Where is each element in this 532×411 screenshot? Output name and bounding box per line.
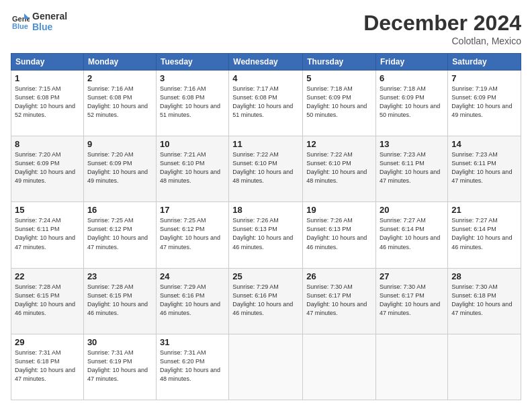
table-row <box>376 334 448 400</box>
table-row: 7Sunrise: 7:19 AMSunset: 6:09 PMDaylight… <box>448 71 521 136</box>
table-row: 14Sunrise: 7:23 AMSunset: 6:11 PMDayligh… <box>448 136 521 202</box>
table-row: 3Sunrise: 7:16 AMSunset: 6:08 PMDaylight… <box>156 71 228 136</box>
title-area: December 2024 Colotlan, Mexico <box>363 11 521 46</box>
header-monday: Monday <box>83 54 156 71</box>
table-row: 11Sunrise: 7:22 AMSunset: 6:10 PMDayligh… <box>229 136 303 202</box>
logo-icon: General Blue <box>11 12 30 31</box>
table-row: 22Sunrise: 7:28 AMSunset: 6:15 PMDayligh… <box>11 268 84 334</box>
table-row: 6Sunrise: 7:18 AMSunset: 6:09 PMDaylight… <box>376 71 448 136</box>
month-title: December 2024 <box>363 11 521 36</box>
header-tuesday: Tuesday <box>156 54 228 71</box>
header: General Blue General Blue December 2024 … <box>11 11 521 46</box>
calendar-week-3: 15Sunrise: 7:24 AMSunset: 6:11 PMDayligh… <box>11 202 521 268</box>
table-row: 15Sunrise: 7:24 AMSunset: 6:11 PMDayligh… <box>11 202 84 268</box>
header-thursday: Thursday <box>303 54 376 71</box>
table-row: 12Sunrise: 7:22 AMSunset: 6:10 PMDayligh… <box>303 136 376 202</box>
table-row: 10Sunrise: 7:21 AMSunset: 6:10 PMDayligh… <box>156 136 228 202</box>
calendar-week-4: 22Sunrise: 7:28 AMSunset: 6:15 PMDayligh… <box>11 268 521 334</box>
calendar-page: General Blue General Blue December 2024 … <box>0 0 532 411</box>
table-row: 27Sunrise: 7:30 AMSunset: 6:17 PMDayligh… <box>376 268 448 334</box>
table-row: 13Sunrise: 7:23 AMSunset: 6:11 PMDayligh… <box>376 136 448 202</box>
table-row: 30Sunrise: 7:31 AMSunset: 6:19 PMDayligh… <box>83 334 156 400</box>
calendar-header-row: Sunday Monday Tuesday Wednesday Thursday… <box>11 54 521 71</box>
location: Colotlan, Mexico <box>363 36 521 46</box>
table-row: 26Sunrise: 7:30 AMSunset: 6:17 PMDayligh… <box>303 268 376 334</box>
table-row <box>303 334 376 400</box>
table-row: 20Sunrise: 7:27 AMSunset: 6:14 PMDayligh… <box>376 202 448 268</box>
table-row: 5Sunrise: 7:18 AMSunset: 6:09 PMDaylight… <box>303 71 376 136</box>
table-row: 24Sunrise: 7:29 AMSunset: 6:16 PMDayligh… <box>156 268 228 334</box>
table-row: 31Sunrise: 7:31 AMSunset: 6:20 PMDayligh… <box>156 334 228 400</box>
table-row <box>229 334 303 400</box>
header-sunday: Sunday <box>11 54 84 71</box>
header-friday: Friday <box>376 54 448 71</box>
calendar-week-2: 8Sunrise: 7:20 AMSunset: 6:09 PMDaylight… <box>11 136 521 202</box>
logo-line2: Blue <box>32 21 67 32</box>
calendar-week-1: 1Sunrise: 7:15 AMSunset: 6:08 PMDaylight… <box>11 71 521 136</box>
logo-line1: General <box>32 11 67 21</box>
header-wednesday: Wednesday <box>229 54 303 71</box>
table-row: 8Sunrise: 7:20 AMSunset: 6:09 PMDaylight… <box>11 136 84 202</box>
table-row: 9Sunrise: 7:20 AMSunset: 6:09 PMDaylight… <box>83 136 156 202</box>
table-row: 1Sunrise: 7:15 AMSunset: 6:08 PMDaylight… <box>11 71 84 136</box>
logo: General Blue General Blue <box>11 11 67 32</box>
table-row: 23Sunrise: 7:28 AMSunset: 6:15 PMDayligh… <box>83 268 156 334</box>
header-saturday: Saturday <box>448 54 521 71</box>
table-row: 25Sunrise: 7:29 AMSunset: 6:16 PMDayligh… <box>229 268 303 334</box>
table-row: 17Sunrise: 7:25 AMSunset: 6:12 PMDayligh… <box>156 202 228 268</box>
table-row: 19Sunrise: 7:26 AMSunset: 6:13 PMDayligh… <box>303 202 376 268</box>
table-row: 29Sunrise: 7:31 AMSunset: 6:18 PMDayligh… <box>11 334 84 400</box>
calendar-table: Sunday Monday Tuesday Wednesday Thursday… <box>11 53 521 400</box>
table-row: 18Sunrise: 7:26 AMSunset: 6:13 PMDayligh… <box>229 202 303 268</box>
table-row: 16Sunrise: 7:25 AMSunset: 6:12 PMDayligh… <box>83 202 156 268</box>
table-row <box>448 334 521 400</box>
svg-text:Blue: Blue <box>12 22 28 30</box>
calendar-week-5: 29Sunrise: 7:31 AMSunset: 6:18 PMDayligh… <box>11 334 521 400</box>
table-row: 21Sunrise: 7:27 AMSunset: 6:14 PMDayligh… <box>448 202 521 268</box>
table-row: 2Sunrise: 7:16 AMSunset: 6:08 PMDaylight… <box>83 71 156 136</box>
table-row: 28Sunrise: 7:30 AMSunset: 6:18 PMDayligh… <box>448 268 521 334</box>
table-row: 4Sunrise: 7:17 AMSunset: 6:08 PMDaylight… <box>229 71 303 136</box>
